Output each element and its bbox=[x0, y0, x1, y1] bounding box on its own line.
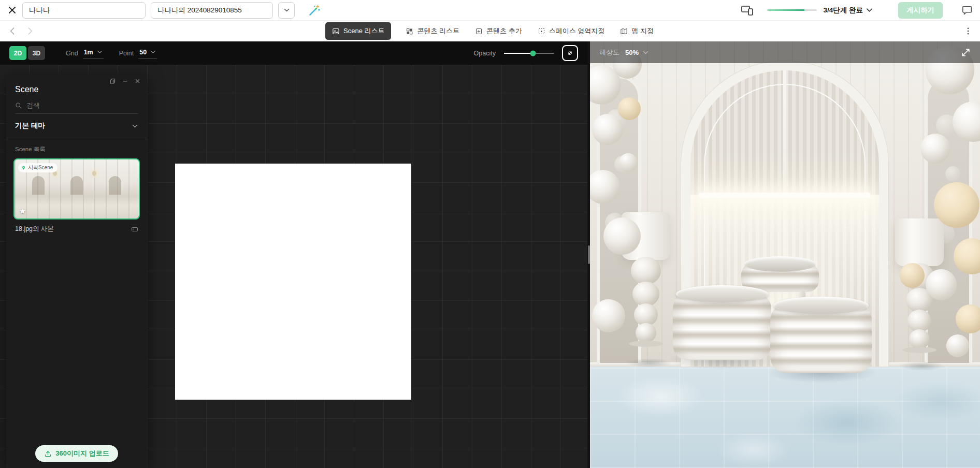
grid-size-dropdown[interactable]: 1m bbox=[83, 48, 104, 59]
opacity-slider-track bbox=[504, 53, 554, 54]
top-bar: 3/4단계 완료 게시하기 bbox=[0, 0, 980, 21]
close-editor-button[interactable] bbox=[7, 5, 17, 15]
splitter-handle[interactable] bbox=[588, 245, 590, 264]
rename-icon bbox=[131, 226, 138, 233]
start-scene-badge: 시작Scene bbox=[18, 163, 57, 172]
progress-step-label: 3/4단계 완료 bbox=[823, 6, 863, 15]
tab-label: Scene 리스트 bbox=[343, 26, 384, 36]
balloon bbox=[592, 299, 625, 332]
balloon bbox=[956, 304, 980, 333]
chevron-down-icon bbox=[642, 49, 649, 56]
favorite-star-icon[interactable]: ★ bbox=[19, 207, 26, 216]
2d-canvas-pane: 2D 3D Grid 1m Point 50 Opacity bbox=[0, 41, 587, 468]
space-name-input[interactable] bbox=[151, 2, 273, 19]
canvas-fullscreen-button[interactable] bbox=[562, 45, 578, 61]
balloon bbox=[603, 217, 641, 255]
upload-360-label: 360이미지 업로드 bbox=[55, 449, 109, 458]
magic-wand-icon bbox=[308, 4, 321, 17]
tab-content-add[interactable]: 콘텐츠 추가 bbox=[474, 22, 523, 40]
balloon bbox=[946, 334, 969, 357]
scene-list-label: Scene 목록 bbox=[6, 138, 147, 158]
opacity-slider[interactable] bbox=[504, 50, 554, 56]
opacity-slider-knob[interactable] bbox=[530, 50, 536, 56]
search-icon bbox=[15, 102, 22, 109]
balloon bbox=[592, 114, 623, 145]
help-chat-button[interactable] bbox=[961, 5, 973, 16]
chat-bubble-icon bbox=[961, 5, 973, 16]
lamp-shade bbox=[895, 218, 944, 266]
editor-tabs: Scene 리스트 콘텐츠 리스트 콘텐츠 추가 스페이스 영역지정 맵 지정 bbox=[325, 21, 655, 41]
space-dropdown-button[interactable] bbox=[278, 2, 295, 19]
room-pouf-right bbox=[770, 304, 872, 373]
upload-360-image-button[interactable]: 360이미지 업로드 bbox=[35, 445, 118, 462]
magic-wand-button[interactable] bbox=[308, 4, 321, 17]
lamp-base bbox=[629, 341, 663, 347]
balloon bbox=[926, 269, 957, 300]
preview-fullscreen-button[interactable] bbox=[961, 48, 971, 57]
lamp-shadow bbox=[626, 358, 673, 368]
redo-forward-button[interactable] bbox=[25, 26, 35, 36]
window-restore-icon bbox=[110, 78, 116, 84]
balloon bbox=[934, 182, 979, 228]
start-scene-badge-label: 시작Scene bbox=[28, 164, 53, 171]
preview-360-pane[interactable]: 해상도 50% bbox=[590, 41, 980, 468]
panel-minimize-button[interactable] bbox=[122, 78, 128, 84]
scene-search-input[interactable] bbox=[26, 101, 138, 109]
rename-scene-button[interactable] bbox=[131, 226, 138, 233]
panel-popout-button[interactable] bbox=[110, 78, 116, 84]
close-icon bbox=[7, 5, 17, 15]
scene-search bbox=[15, 101, 138, 114]
project-name-input[interactable] bbox=[22, 2, 146, 19]
grid-label: Grid bbox=[66, 50, 78, 57]
scene-thumbnail-selected[interactable]: 시작Scene ★ bbox=[13, 158, 140, 220]
tab-scene-list[interactable]: Scene 리스트 bbox=[325, 22, 391, 40]
room-pouf-left bbox=[673, 293, 771, 360]
undo-back-button[interactable] bbox=[7, 26, 18, 36]
balloon bbox=[920, 134, 950, 164]
more-menu-button[interactable] bbox=[963, 26, 973, 36]
opacity-label: Opacity bbox=[474, 50, 496, 57]
theme-dropdown[interactable]: 기본 테마 bbox=[6, 114, 147, 138]
scene-panel-title: Scene bbox=[6, 84, 147, 99]
tab-map-assign[interactable]: 맵 지정 bbox=[619, 22, 655, 40]
pano-arch-shape bbox=[32, 176, 45, 195]
grid-icon bbox=[406, 27, 413, 35]
progress-dropdown[interactable] bbox=[866, 6, 873, 14]
pano-arch-shape bbox=[109, 176, 121, 195]
resolution-dropdown[interactable] bbox=[642, 49, 649, 56]
panel-close-button[interactable] bbox=[135, 78, 140, 84]
chevron-down-icon bbox=[97, 49, 103, 55]
tab-content-list[interactable]: 콘텐츠 리스트 bbox=[405, 22, 460, 40]
point-size-dropdown[interactable]: 50 bbox=[138, 48, 157, 59]
grid-size-value: 1m bbox=[84, 49, 93, 56]
publish-progress-bar bbox=[767, 9, 817, 11]
lamp-ball bbox=[631, 257, 661, 285]
close-icon bbox=[135, 78, 140, 84]
expand-arrows-icon bbox=[961, 48, 971, 57]
tab-label: 맵 지정 bbox=[631, 26, 654, 36]
publish-button[interactable]: 게시하기 bbox=[898, 2, 943, 19]
scene-panel: Scene 기본 테마 Scene 목록 시작Scene bbox=[6, 74, 147, 468]
floorplan-area[interactable] bbox=[175, 164, 411, 400]
chevron-down-icon bbox=[283, 7, 290, 13]
kebab-menu-icon bbox=[963, 26, 973, 36]
scene-panel-titlebar bbox=[6, 74, 147, 84]
top-bar-right-group: 3/4단계 완료 게시하기 bbox=[741, 2, 973, 19]
chevron-down-icon bbox=[150, 49, 156, 55]
image-icon bbox=[332, 27, 340, 35]
device-preview-icon[interactable] bbox=[741, 4, 754, 17]
area-select-icon bbox=[538, 27, 545, 35]
mode-2d-button[interactable]: 2D bbox=[9, 46, 26, 60]
pouf-top-surface bbox=[676, 285, 768, 303]
table-top-surface bbox=[744, 256, 816, 272]
preview-room-render bbox=[590, 41, 980, 468]
arrow-right-icon bbox=[25, 26, 35, 36]
lamp-ball bbox=[632, 282, 659, 306]
expand-diagonal-icon bbox=[566, 49, 574, 57]
tab-space-area[interactable]: 스페이스 영역지정 bbox=[537, 22, 606, 40]
add-content-icon bbox=[475, 27, 483, 35]
lamp-base bbox=[902, 347, 936, 353]
mode-3d-button[interactable]: 3D bbox=[28, 46, 45, 60]
preview-toolbar: 해상도 50% bbox=[590, 41, 980, 63]
theme-label: 기본 테마 bbox=[15, 121, 45, 130]
